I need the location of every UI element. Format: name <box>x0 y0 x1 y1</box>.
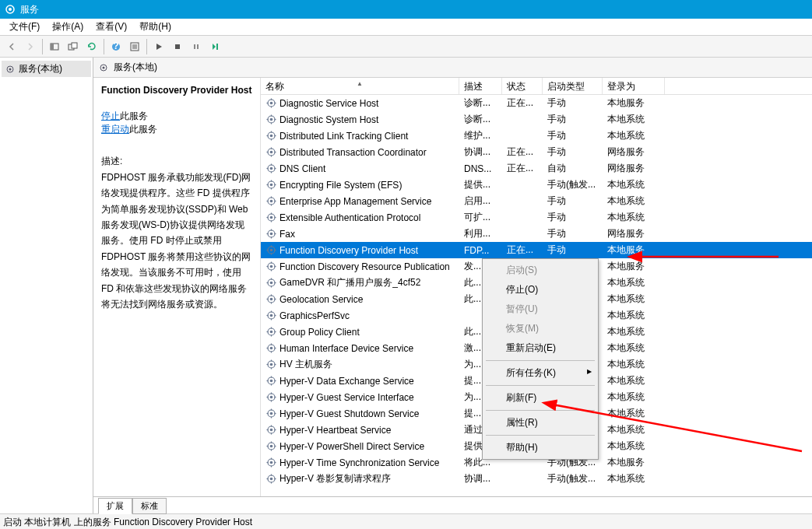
table-row[interactable]: Encrypting File System (EFS)提供...手动(触发..… <box>261 177 812 193</box>
row-state: 正在... <box>502 162 543 175</box>
svg-point-129 <box>269 396 272 399</box>
row-desc: FDP... <box>459 245 502 256</box>
row-name: Fax <box>279 229 295 240</box>
svg-point-147 <box>269 445 272 448</box>
row-name: Hyper-V PowerShell Direct Service <box>279 441 424 452</box>
row-logon: 本地服务 <box>603 260 665 273</box>
ctx-alltasks[interactable]: 所有任务(K) <box>484 363 596 383</box>
table-row[interactable]: Diagnostic System Host诊断...手动本地系统 <box>261 111 812 128</box>
svg-rect-12 <box>175 44 180 49</box>
row-logon: 网络服务 <box>603 162 665 175</box>
svg-point-87 <box>269 282 272 285</box>
pause-button[interactable] <box>188 38 205 55</box>
row-name: Function Discovery Provider Host <box>279 245 418 256</box>
row-startup: 手动 <box>543 194 603 208</box>
row-desc: 启用... <box>459 194 502 208</box>
col-startup[interactable]: 启动类型 <box>543 78 603 94</box>
tabstrip: 扩展 标准 <box>93 496 812 513</box>
row-name: Hyper-V Data Exchange Service <box>279 376 414 387</box>
back-button[interactable] <box>3 38 20 55</box>
help-button[interactable]: ? <box>107 38 125 55</box>
row-logon: 本地系统 <box>603 325 665 338</box>
forward-button[interactable] <box>22 38 39 55</box>
svg-point-75 <box>269 249 272 252</box>
table-row[interactable]: Diagnostic Service Host诊断...正在...手动本地服务 <box>261 95 812 111</box>
svg-point-117 <box>269 363 272 366</box>
start-button[interactable] <box>150 38 167 55</box>
gear-icon <box>265 359 276 370</box>
table-row[interactable]: Fax利用...手动网络服务 <box>261 226 812 242</box>
table-row[interactable]: Function Discovery Provider HostFDP...正在… <box>261 242 812 258</box>
svg-rect-14 <box>197 44 199 49</box>
gear-icon <box>265 441 276 452</box>
ctx-pause: 暂停(U) <box>484 300 596 319</box>
stop-button[interactable] <box>169 38 186 55</box>
ctx-restart[interactable]: 重新启动(E) <box>484 338 596 358</box>
table-row[interactable]: Enterprise App Management Service启用...手动… <box>261 193 812 209</box>
svg-rect-3 <box>51 44 54 50</box>
selected-service-title: Function Discovery Provider Host <box>101 84 252 97</box>
description-label: 描述: <box>101 155 252 168</box>
row-desc: 利用... <box>459 227 502 240</box>
menu-view[interactable]: 查看(V) <box>90 19 133 35</box>
svg-point-63 <box>269 216 272 219</box>
row-name: Geolocation Service <box>279 294 363 305</box>
menu-help[interactable]: 帮助(H) <box>133 19 178 35</box>
svg-point-159 <box>269 478 272 481</box>
table-row[interactable]: Distributed Transaction Coordinator协调...… <box>261 144 812 160</box>
tab-extended[interactable]: 扩展 <box>98 498 132 514</box>
table-row[interactable]: Extensible Authentication Protocol可扩...手… <box>261 209 812 226</box>
refresh-button[interactable] <box>83 38 100 55</box>
svg-point-33 <box>269 135 272 138</box>
col-state[interactable]: 状态 <box>502 78 543 94</box>
row-name: Function Discovery Resource Publication <box>279 261 450 272</box>
ctx-properties[interactable]: 属性(R) <box>484 413 596 433</box>
svg-point-111 <box>269 347 272 350</box>
menu-action[interactable]: 操作(A) <box>46 19 90 35</box>
gear-icon <box>265 327 276 338</box>
row-desc: 可扩... <box>459 211 502 224</box>
svg-point-27 <box>269 118 272 121</box>
row-desc: 诊断... <box>459 113 502 126</box>
row-logon: 本地系统 <box>603 472 665 485</box>
gear-icon <box>265 376 276 387</box>
restart-button[interactable] <box>206 38 223 55</box>
svg-point-17 <box>9 68 12 70</box>
properties-button[interactable] <box>126 38 143 55</box>
gear-icon <box>265 147 276 158</box>
col-logon[interactable]: 登录为 <box>603 78 665 94</box>
gear-icon <box>265 294 276 305</box>
row-startup: 手动 <box>543 129 603 142</box>
tab-standard[interactable]: 标准 <box>132 498 167 514</box>
ctx-stop[interactable]: 停止(O) <box>484 280 596 300</box>
ctx-help[interactable]: 帮助(H) <box>484 438 596 457</box>
row-logon: 本地系统 <box>603 129 665 142</box>
show-hide-button[interactable] <box>46 38 63 55</box>
export-button[interactable] <box>65 38 82 55</box>
gear-icon <box>265 180 276 191</box>
table-row[interactable]: Hyper-V 卷影复制请求程序协调...手动(触发...本地系统 <box>261 471 812 487</box>
svg-point-39 <box>269 151 272 154</box>
col-desc[interactable]: 描述 <box>459 78 502 94</box>
gear-icon <box>265 425 276 436</box>
stop-link[interactable]: 停止 <box>101 110 120 121</box>
table-row[interactable]: Distributed Link Tracking Client维护...手动本… <box>261 128 812 144</box>
row-name: Distributed Transaction Coordinator <box>279 147 427 158</box>
toolbar: ? <box>0 36 812 58</box>
row-startup: 自动 <box>543 162 603 175</box>
ctx-refresh[interactable]: 刷新(F) <box>484 388 596 408</box>
restart-link[interactable]: 重启动 <box>101 124 129 135</box>
row-name: Hyper-V Time Synchronization Service <box>279 457 439 468</box>
svg-point-21 <box>269 102 272 105</box>
row-desc: 协调... <box>459 145 502 159</box>
table-row[interactable]: DNS ClientDNS...正在...自动网络服务 <box>261 160 812 177</box>
row-logon: 本地服务 <box>603 456 665 469</box>
menu-file[interactable]: 文件(F) <box>3 19 46 35</box>
row-startup: 手动 <box>543 227 603 240</box>
col-name[interactable]: 名称 <box>261 78 459 94</box>
row-state: 正在... <box>502 145 543 159</box>
gear-icon <box>265 310 276 321</box>
row-name: DNS Client <box>279 163 325 174</box>
tree-node-services-local[interactable]: 服务(本地) <box>2 61 91 77</box>
row-startup: 手动 <box>543 211 603 224</box>
